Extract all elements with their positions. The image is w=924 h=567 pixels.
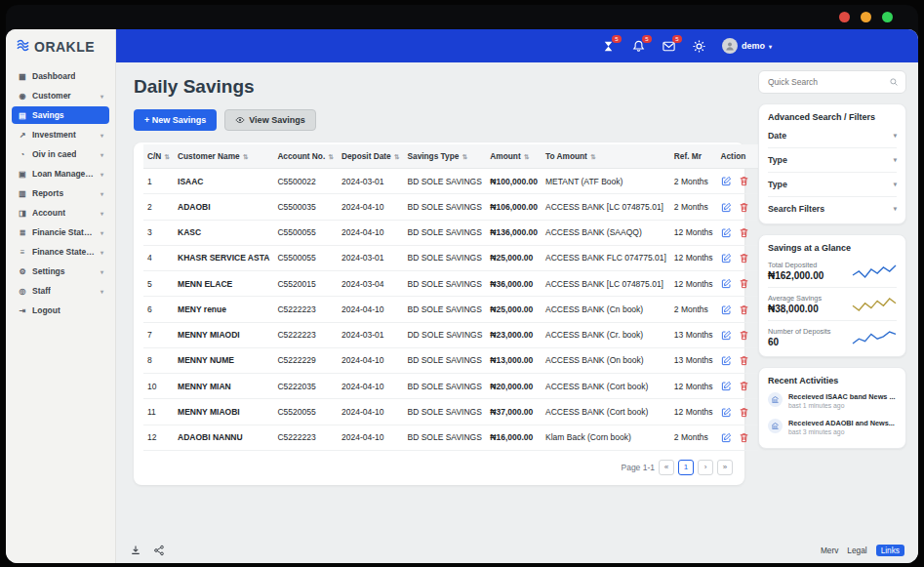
footer-link-legal[interactable]: Legal xyxy=(847,546,866,555)
stat-value: 60 xyxy=(768,337,830,347)
edit-icon[interactable] xyxy=(721,202,732,213)
notifications-badge: 5 xyxy=(642,35,652,43)
cell-cn: 10 xyxy=(143,374,174,399)
logout-icon: ⇥ xyxy=(18,306,27,315)
new-savings-button[interactable]: + New Savings xyxy=(134,109,217,131)
sidebar-item[interactable]: ≡ Finance Statement ▾ xyxy=(12,243,109,261)
edit-icon[interactable] xyxy=(721,304,732,315)
view-savings-label: View Savings xyxy=(249,115,304,125)
minimize-button[interactable] xyxy=(861,12,871,22)
stat-average-savings: Average Savings ₦38,000.00 xyxy=(768,288,897,321)
sidebar-item[interactable]: ▣ Loan Management ▾ xyxy=(12,165,109,182)
column-header[interactable]: Savings Type ⇅ xyxy=(403,144,486,169)
sidebar-item[interactable]: ↗ Investment ▾ xyxy=(12,126,109,143)
delete-icon[interactable] xyxy=(739,432,749,443)
edit-icon[interactable] xyxy=(721,381,732,391)
cell-amount: ₦20,000.00 xyxy=(486,374,542,399)
footer-link-links[interactable]: Links xyxy=(876,545,904,556)
advanced-filters-card: Advanced Search / Filters Date ▾ Type ▾ … xyxy=(758,103,906,224)
sidebar-item[interactable]: ≣ Financie Statement ▾ xyxy=(12,223,109,241)
loan-icon: ▣ xyxy=(18,170,27,179)
tasks-badge: 5 xyxy=(612,35,622,43)
edit-icon[interactable] xyxy=(721,330,732,341)
filter-dropdown[interactable]: Type ▾ xyxy=(768,173,897,197)
edit-icon[interactable] xyxy=(721,227,732,238)
column-header[interactable]: Deposit Date ⇅ xyxy=(338,144,403,169)
delete-icon[interactable] xyxy=(739,330,749,341)
cell-customer-name: ADAOBI NANNU xyxy=(174,425,273,450)
cell-cn: 4 xyxy=(143,245,174,270)
column-header[interactable]: C/N ⇅ xyxy=(143,144,174,169)
footer-link-merv[interactable]: Merv xyxy=(821,546,838,555)
column-header[interactable]: Ref. Mr ⇅ xyxy=(670,144,717,169)
filter-dropdown[interactable]: Search Filters ▾ xyxy=(768,197,897,216)
chevron-down-icon: ▾ xyxy=(100,288,103,295)
delete-icon[interactable] xyxy=(739,202,749,213)
main-content: Daily Savings + New Savings View Savings xyxy=(134,70,744,534)
delete-icon[interactable] xyxy=(739,304,749,315)
sidebar-item[interactable]: ◎ Staff ▾ xyxy=(12,282,109,300)
sidebar-item[interactable]: ▦ Dashboard ▾ xyxy=(12,67,109,85)
column-header[interactable]: Account No. ⇅ xyxy=(273,144,338,169)
page-button[interactable]: « xyxy=(659,460,674,475)
edit-icon[interactable] xyxy=(721,355,732,366)
sidebar-item[interactable]: ▥ Reports ▾ xyxy=(12,184,109,202)
delete-icon[interactable] xyxy=(739,381,749,391)
edit-icon[interactable] xyxy=(721,407,732,418)
cell-account-no: C5500022 xyxy=(273,169,338,194)
close-button[interactable] xyxy=(839,12,850,22)
edit-icon[interactable] xyxy=(721,278,732,289)
user-menu[interactable]: demo ▾ xyxy=(722,38,772,54)
page-button[interactable]: › xyxy=(698,460,713,475)
table-row: 10 MENNY MIAN C5222035 2024-04-10 BD SOL… xyxy=(143,374,758,399)
dashboard-icon: ▦ xyxy=(18,72,27,81)
search-input[interactable] xyxy=(766,76,885,88)
column-header[interactable]: Amount ⇅ xyxy=(486,144,542,169)
download-icon[interactable] xyxy=(130,545,141,556)
edit-icon[interactable] xyxy=(721,176,732,186)
delete-icon[interactable] xyxy=(739,407,749,418)
sidebar-item[interactable]: ⇥ Logout ▾ xyxy=(12,302,109,319)
cell-customer-name: MENN ELACE xyxy=(174,271,273,297)
share-icon[interactable] xyxy=(153,545,165,556)
search-icon[interactable] xyxy=(889,77,899,87)
cell-deposit-date: 2024-04-10 xyxy=(338,194,403,220)
cell-cn: 2 xyxy=(143,194,174,220)
zoom-button[interactable] xyxy=(882,12,893,22)
bell-icon[interactable]: 5 xyxy=(631,39,646,54)
gear-icon[interactable] xyxy=(692,39,706,54)
activity-item[interactable]: Receieved ISAAC band News ... bast 1 min… xyxy=(768,387,897,414)
page-button[interactable]: 1 xyxy=(678,460,694,475)
cell-cn: 6 xyxy=(143,297,174,322)
sparkline-chart xyxy=(852,263,897,279)
delete-icon[interactable] xyxy=(739,227,749,238)
column-header[interactable]: Action ⇅ xyxy=(717,144,759,169)
stat-value: ₦38,000.00 xyxy=(768,304,822,314)
sidebar-item[interactable]: ◉ Customer ▾ xyxy=(12,87,109,104)
sort-icon: ⇅ xyxy=(394,153,399,160)
delete-icon[interactable] xyxy=(739,253,749,263)
hourglass-icon[interactable]: 5 xyxy=(601,39,616,54)
activity-item[interactable]: Receieved ADAOBI and News... bast 3 minu… xyxy=(768,414,897,440)
column-header-label: To Amount xyxy=(545,151,587,161)
delete-icon[interactable] xyxy=(739,278,749,289)
view-savings-button[interactable]: View Savings xyxy=(224,109,315,131)
filter-dropdown[interactable]: Date ▾ xyxy=(768,124,897,148)
chevron-down-icon: ▾ xyxy=(100,249,103,256)
column-header[interactable]: To Amount ⇅ xyxy=(542,144,670,169)
sidebar-item[interactable]: ⚙ Settings ▾ xyxy=(12,263,109,280)
window-titlebar xyxy=(6,5,918,29)
column-header-label: Customer Name xyxy=(178,151,240,161)
filter-dropdown[interactable]: Type ▾ xyxy=(768,148,897,173)
delete-icon[interactable] xyxy=(739,355,749,366)
sidebar-item[interactable]: ▤ Savings ▾ xyxy=(12,106,109,124)
edit-icon[interactable] xyxy=(721,432,732,443)
sidebar-item[interactable]: ◔ Oiv in caed ▾ xyxy=(12,145,109,163)
edit-icon[interactable] xyxy=(721,253,732,263)
sidebar-item[interactable]: ◨ Account ▾ xyxy=(12,204,109,222)
page-button[interactable]: » xyxy=(717,460,733,475)
delete-icon[interactable] xyxy=(739,176,749,186)
mail-icon[interactable]: 5 xyxy=(662,39,676,54)
settings-icon: ⚙ xyxy=(18,267,27,276)
column-header[interactable]: Customer Name ⇅ xyxy=(174,144,273,169)
